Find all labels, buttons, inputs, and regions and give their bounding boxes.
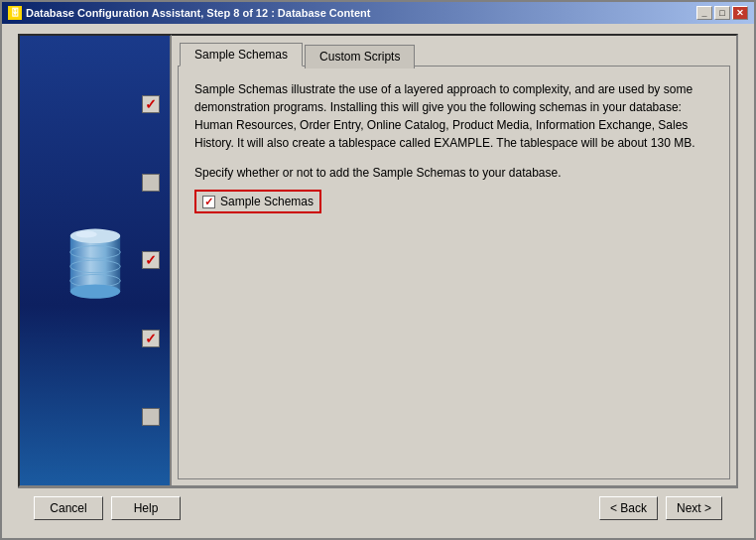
minimize-button[interactable]: _ bbox=[696, 6, 712, 20]
titlebar: 🗄 Database Configuration Assistant, Step… bbox=[2, 2, 754, 24]
database-icon bbox=[61, 216, 130, 306]
tab-content-sample-schemas: Sample Schemas illustrate the use of a l… bbox=[178, 66, 730, 479]
sidebar-check-5[interactable] bbox=[142, 408, 160, 426]
sidebar bbox=[18, 34, 172, 487]
help-button[interactable]: Help bbox=[111, 496, 181, 520]
right-panel: Sample Schemas Custom Scripts Sample Sch… bbox=[172, 34, 738, 487]
sidebar-check-1[interactable] bbox=[142, 95, 160, 113]
tabs-container: Sample Schemas Custom Scripts bbox=[172, 36, 736, 66]
main-window: 🗄 Database Configuration Assistant, Step… bbox=[0, 0, 756, 540]
svg-point-7 bbox=[75, 230, 97, 237]
content-area: Sample Schemas Custom Scripts Sample Sch… bbox=[2, 24, 754, 538]
window-title: Database Configuration Assistant, Step 8… bbox=[26, 7, 370, 19]
next-button[interactable]: Next > bbox=[666, 496, 722, 520]
description-text: Sample Schemas illustrate the use of a l… bbox=[194, 80, 713, 152]
sample-schemas-checkbox[interactable] bbox=[202, 196, 215, 208]
sidebar-check-3[interactable] bbox=[142, 251, 160, 269]
back-button[interactable]: < Back bbox=[599, 496, 658, 520]
bottom-left-buttons: Cancel Help bbox=[34, 496, 181, 520]
svg-rect-1 bbox=[69, 235, 119, 291]
sample-schemas-checkbox-row[interactable]: Sample Schemas bbox=[194, 190, 321, 213]
titlebar-controls: _ □ ✕ bbox=[696, 6, 748, 20]
sample-schemas-label: Sample Schemas bbox=[220, 195, 314, 208]
bottom-right-buttons: < Back Next > bbox=[599, 496, 722, 520]
svg-point-6 bbox=[69, 284, 119, 298]
app-icon: 🗄 bbox=[8, 6, 22, 20]
maximize-button[interactable]: □ bbox=[714, 6, 730, 20]
tab-custom-scripts[interactable]: Custom Scripts bbox=[305, 45, 415, 68]
sidebar-checks bbox=[142, 36, 160, 485]
cancel-button[interactable]: Cancel bbox=[34, 496, 103, 520]
sidebar-check-2[interactable] bbox=[142, 174, 160, 192]
sidebar-check-4[interactable] bbox=[142, 330, 160, 347]
tab-sample-schemas[interactable]: Sample Schemas bbox=[180, 43, 303, 67]
close-button[interactable]: ✕ bbox=[732, 6, 748, 20]
body-area: Sample Schemas Custom Scripts Sample Sch… bbox=[18, 34, 738, 487]
specify-text: Specify whether or not to add the Sample… bbox=[194, 166, 713, 180]
bottom-bar: Cancel Help < Back Next > bbox=[18, 487, 738, 528]
titlebar-left: 🗄 Database Configuration Assistant, Step… bbox=[8, 6, 370, 20]
